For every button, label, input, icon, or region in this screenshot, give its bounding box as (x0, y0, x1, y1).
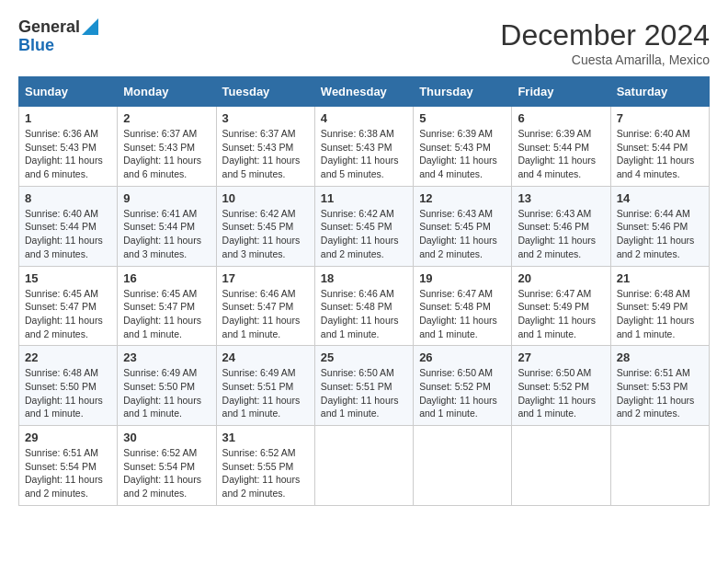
day-number: 27 (518, 350, 604, 364)
day-number: 17 (222, 271, 309, 285)
day-number: 1 (25, 111, 111, 125)
col-thursday: Thursday (414, 77, 512, 107)
calendar-cell: 9 Sunrise: 6:41 AM Sunset: 5:44 PM Dayli… (118, 186, 216, 266)
day-number: 4 (321, 111, 407, 125)
calendar-cell: 8 Sunrise: 6:40 AM Sunset: 5:44 PM Dayli… (19, 186, 118, 266)
logo: General Blue (18, 18, 98, 55)
day-number: 31 (222, 431, 309, 444)
day-number: 15 (25, 271, 111, 285)
calendar-cell: 17 Sunrise: 6:46 AM Sunset: 5:47 PM Dayl… (216, 266, 314, 346)
day-info: Sunrise: 6:43 AM Sunset: 5:45 PM Dayligh… (419, 207, 506, 261)
calendar-header-row: Sunday Monday Tuesday Wednesday Thursday… (19, 77, 710, 107)
day-info: Sunrise: 6:40 AM Sunset: 5:44 PM Dayligh… (617, 127, 703, 181)
day-info: Sunrise: 6:42 AM Sunset: 5:45 PM Dayligh… (222, 207, 309, 261)
calendar-cell: 22 Sunrise: 6:48 AM Sunset: 5:50 PM Dayl… (19, 346, 118, 426)
day-number: 14 (617, 191, 703, 205)
calendar-cell: 21 Sunrise: 6:48 AM Sunset: 5:49 PM Dayl… (610, 266, 709, 346)
calendar-cell (512, 426, 610, 506)
day-info: Sunrise: 6:42 AM Sunset: 5:45 PM Dayligh… (321, 207, 407, 261)
day-info: Sunrise: 6:39 AM Sunset: 5:44 PM Dayligh… (518, 127, 604, 181)
calendar-cell: 13 Sunrise: 6:43 AM Sunset: 5:46 PM Dayl… (512, 186, 610, 266)
col-friday: Friday (512, 77, 610, 107)
col-sunday: Sunday (19, 77, 118, 107)
day-info: Sunrise: 6:52 AM Sunset: 5:55 PM Dayligh… (222, 446, 309, 500)
calendar-cell: 28 Sunrise: 6:51 AM Sunset: 5:53 PM Dayl… (610, 346, 709, 426)
calendar-table: Sunday Monday Tuesday Wednesday Thursday… (18, 76, 710, 506)
calendar-cell: 4 Sunrise: 6:38 AM Sunset: 5:43 PM Dayli… (314, 107, 413, 187)
calendar-cell (314, 426, 413, 506)
day-number: 5 (419, 111, 506, 125)
calendar-cell: 14 Sunrise: 6:44 AM Sunset: 5:46 PM Dayl… (610, 186, 709, 266)
calendar-cell: 30 Sunrise: 6:52 AM Sunset: 5:54 PM Dayl… (118, 426, 216, 506)
day-number: 9 (123, 191, 210, 205)
calendar-cell: 3 Sunrise: 6:37 AM Sunset: 5:43 PM Dayli… (216, 107, 314, 187)
calendar-cell: 5 Sunrise: 6:39 AM Sunset: 5:43 PM Dayli… (414, 107, 512, 187)
logo-text-general: General (18, 18, 80, 37)
day-info: Sunrise: 6:51 AM Sunset: 5:54 PM Dayligh… (25, 446, 111, 500)
calendar-week-row-1: 1 Sunrise: 6:36 AM Sunset: 5:43 PM Dayli… (19, 107, 710, 187)
calendar-cell: 18 Sunrise: 6:46 AM Sunset: 5:48 PM Dayl… (314, 266, 413, 346)
calendar-cell: 11 Sunrise: 6:42 AM Sunset: 5:45 PM Dayl… (314, 186, 413, 266)
calendar-cell: 15 Sunrise: 6:45 AM Sunset: 5:47 PM Dayl… (19, 266, 118, 346)
day-info: Sunrise: 6:40 AM Sunset: 5:44 PM Dayligh… (25, 207, 111, 261)
day-info: Sunrise: 6:37 AM Sunset: 5:43 PM Dayligh… (222, 127, 309, 181)
calendar-cell: 26 Sunrise: 6:50 AM Sunset: 5:52 PM Dayl… (414, 346, 512, 426)
calendar-cell: 20 Sunrise: 6:47 AM Sunset: 5:49 PM Dayl… (512, 266, 610, 346)
day-info: Sunrise: 6:36 AM Sunset: 5:43 PM Dayligh… (25, 127, 111, 181)
day-number: 24 (222, 350, 309, 364)
calendar-week-row-3: 15 Sunrise: 6:45 AM Sunset: 5:47 PM Dayl… (19, 266, 710, 346)
logo-text-blue: Blue (18, 36, 54, 54)
day-info: Sunrise: 6:37 AM Sunset: 5:43 PM Dayligh… (123, 127, 210, 181)
day-number: 25 (321, 350, 407, 364)
calendar-week-row-5: 29 Sunrise: 6:51 AM Sunset: 5:54 PM Dayl… (19, 426, 710, 506)
day-info: Sunrise: 6:46 AM Sunset: 5:47 PM Dayligh… (222, 287, 309, 341)
calendar-cell: 23 Sunrise: 6:49 AM Sunset: 5:50 PM Dayl… (118, 346, 216, 426)
col-tuesday: Tuesday (216, 77, 314, 107)
day-number: 26 (419, 350, 506, 364)
calendar-cell: 24 Sunrise: 6:49 AM Sunset: 5:51 PM Dayl… (216, 346, 314, 426)
day-info: Sunrise: 6:52 AM Sunset: 5:54 PM Dayligh… (123, 446, 210, 500)
month-title: December 2024 (500, 18, 710, 52)
calendar-cell: 31 Sunrise: 6:52 AM Sunset: 5:55 PM Dayl… (216, 426, 314, 506)
day-info: Sunrise: 6:50 AM Sunset: 5:51 PM Dayligh… (321, 366, 407, 420)
calendar-cell: 7 Sunrise: 6:40 AM Sunset: 5:44 PM Dayli… (610, 107, 709, 187)
day-number: 2 (123, 111, 210, 125)
day-info: Sunrise: 6:49 AM Sunset: 5:50 PM Dayligh… (123, 366, 210, 420)
day-info: Sunrise: 6:45 AM Sunset: 5:47 PM Dayligh… (25, 287, 111, 341)
day-number: 29 (25, 431, 111, 444)
day-info: Sunrise: 6:48 AM Sunset: 5:50 PM Dayligh… (25, 366, 111, 420)
day-number: 18 (321, 271, 407, 285)
day-info: Sunrise: 6:48 AM Sunset: 5:49 PM Dayligh… (617, 287, 703, 341)
day-info: Sunrise: 6:50 AM Sunset: 5:52 PM Dayligh… (518, 366, 604, 420)
calendar-cell: 6 Sunrise: 6:39 AM Sunset: 5:44 PM Dayli… (512, 107, 610, 187)
day-number: 16 (123, 271, 210, 285)
day-number: 28 (617, 350, 703, 364)
col-saturday: Saturday (610, 77, 709, 107)
day-number: 7 (617, 111, 703, 125)
day-number: 13 (518, 191, 604, 205)
day-number: 23 (123, 350, 210, 364)
calendar-cell: 25 Sunrise: 6:50 AM Sunset: 5:51 PM Dayl… (314, 346, 413, 426)
title-section: December 2024 Cuesta Amarilla, Mexico (500, 18, 710, 67)
day-number: 6 (518, 111, 604, 125)
logo-arrow-icon (82, 18, 98, 35)
day-number: 11 (321, 191, 407, 205)
calendar-cell: 19 Sunrise: 6:47 AM Sunset: 5:48 PM Dayl… (414, 266, 512, 346)
day-info: Sunrise: 6:46 AM Sunset: 5:48 PM Dayligh… (321, 287, 407, 341)
day-info: Sunrise: 6:45 AM Sunset: 5:47 PM Dayligh… (123, 287, 210, 341)
day-info: Sunrise: 6:44 AM Sunset: 5:46 PM Dayligh… (617, 207, 703, 261)
calendar-cell: 16 Sunrise: 6:45 AM Sunset: 5:47 PM Dayl… (118, 266, 216, 346)
calendar-cell: 1 Sunrise: 6:36 AM Sunset: 5:43 PM Dayli… (19, 107, 118, 187)
day-number: 21 (617, 271, 703, 285)
day-info: Sunrise: 6:50 AM Sunset: 5:52 PM Dayligh… (419, 366, 506, 420)
day-number: 30 (123, 431, 210, 444)
day-number: 22 (25, 350, 111, 364)
calendar-cell: 27 Sunrise: 6:50 AM Sunset: 5:52 PM Dayl… (512, 346, 610, 426)
day-number: 12 (419, 191, 506, 205)
day-info: Sunrise: 6:41 AM Sunset: 5:44 PM Dayligh… (123, 207, 210, 261)
calendar-cell (610, 426, 709, 506)
calendar-cell: 2 Sunrise: 6:37 AM Sunset: 5:43 PM Dayli… (118, 107, 216, 187)
day-info: Sunrise: 6:43 AM Sunset: 5:46 PM Dayligh… (518, 207, 604, 261)
calendar-week-row-2: 8 Sunrise: 6:40 AM Sunset: 5:44 PM Dayli… (19, 186, 710, 266)
calendar-cell: 12 Sunrise: 6:43 AM Sunset: 5:45 PM Dayl… (414, 186, 512, 266)
